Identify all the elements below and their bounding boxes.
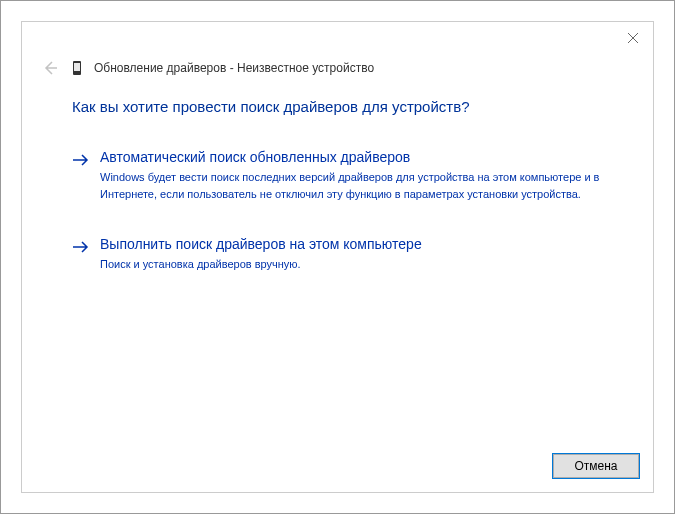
dialog-heading: Как вы хотите провести поиск драйверов д…: [72, 98, 603, 115]
cancel-button[interactable]: Отмена: [553, 454, 639, 478]
back-button: [40, 58, 60, 78]
option-auto-search[interactable]: Автоматический поиск обновленных драйвер…: [72, 147, 603, 204]
option-manual-search[interactable]: Выполнить поиск драйверов на этом компью…: [72, 234, 603, 275]
option-title: Автоматический поиск обновленных драйвер…: [100, 149, 603, 165]
option-title: Выполнить поиск драйверов на этом компью…: [100, 236, 603, 252]
dialog-content: Как вы хотите провести поиск драйверов д…: [72, 98, 603, 305]
option-description: Windows будет вести поиск последних верс…: [100, 169, 603, 202]
svg-rect-3: [74, 63, 80, 71]
close-button[interactable]: [625, 30, 641, 46]
close-icon: [628, 33, 638, 43]
option-description: Поиск и установка драйверов вручную.: [100, 256, 603, 273]
dialog-footer: Отмена: [553, 454, 639, 478]
arrow-right-icon: [72, 151, 90, 169]
dialog-header: Обновление драйверов - Неизвестное устро…: [40, 58, 374, 78]
arrow-right-icon: [72, 238, 90, 256]
option-body: Автоматический поиск обновленных драйвер…: [100, 149, 603, 202]
option-body: Выполнить поиск драйверов на этом компью…: [100, 236, 603, 273]
device-icon: [70, 59, 84, 77]
window-frame: Обновление драйверов - Неизвестное устро…: [0, 0, 675, 514]
dialog-title: Обновление драйверов - Неизвестное устро…: [94, 61, 374, 75]
dialog-frame: Обновление драйверов - Неизвестное устро…: [21, 21, 654, 493]
back-arrow-icon: [43, 61, 57, 75]
